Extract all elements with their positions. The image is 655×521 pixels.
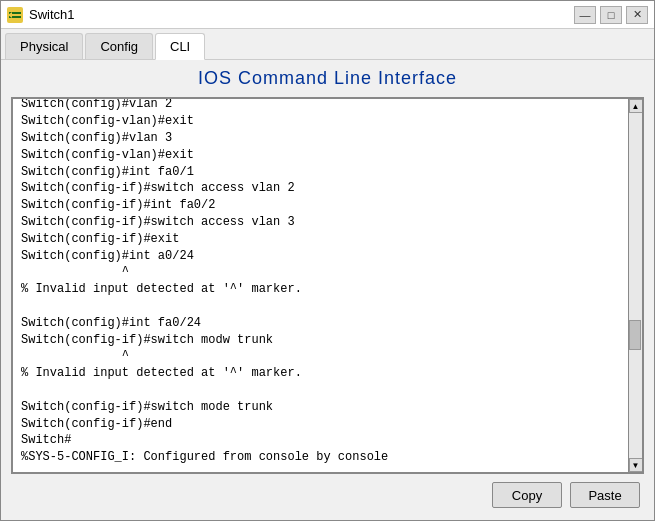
terminal-wrapper: Switch>en Switch#conf t Enter configurat… bbox=[11, 97, 644, 474]
title-controls: — □ ✕ bbox=[574, 6, 648, 24]
scroll-up-arrow[interactable]: ▲ bbox=[629, 99, 643, 113]
scroll-thumb[interactable] bbox=[629, 320, 641, 350]
window-icon bbox=[7, 7, 23, 23]
tab-bar: Physical Config CLI bbox=[1, 29, 654, 60]
maximize-button[interactable]: □ bbox=[600, 6, 622, 24]
terminal-output[interactable]: Switch>en Switch#conf t Enter configurat… bbox=[13, 99, 628, 472]
tab-config[interactable]: Config bbox=[85, 33, 153, 59]
copy-button[interactable]: Copy bbox=[492, 482, 562, 508]
paste-button[interactable]: Paste bbox=[570, 482, 640, 508]
button-bar: Copy Paste bbox=[11, 474, 644, 512]
tab-physical[interactable]: Physical bbox=[5, 33, 83, 59]
close-button[interactable]: ✕ bbox=[626, 6, 648, 24]
window-title: Switch1 bbox=[29, 7, 75, 22]
content-area: IOS Command Line Interface Switch>en Swi… bbox=[1, 60, 654, 520]
cli-heading: IOS Command Line Interface bbox=[11, 68, 644, 89]
tab-cli[interactable]: CLI bbox=[155, 33, 205, 60]
scroll-down-arrow[interactable]: ▼ bbox=[629, 458, 643, 472]
scroll-track[interactable] bbox=[629, 113, 642, 458]
title-bar: Switch1 — □ ✕ bbox=[1, 1, 654, 29]
main-window: Switch1 — □ ✕ Physical Config CLI IOS Co… bbox=[0, 0, 655, 521]
title-bar-left: Switch1 bbox=[7, 7, 75, 23]
minimize-button[interactable]: — bbox=[574, 6, 596, 24]
scrollbar[interactable]: ▲ ▼ bbox=[628, 99, 642, 472]
